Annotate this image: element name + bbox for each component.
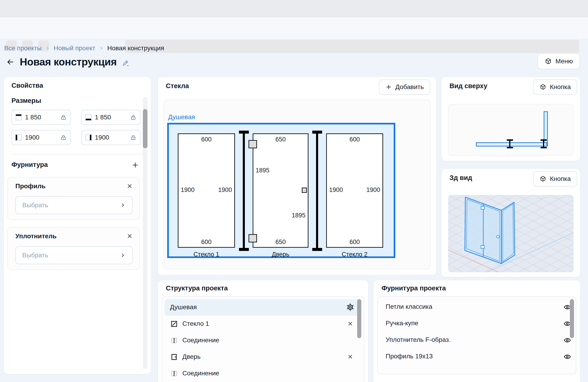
hardware-item-seal[interactable]: Уплотнитель F-образ. (378, 332, 576, 348)
connection-icon (170, 369, 178, 378)
close-icon[interactable] (347, 354, 353, 360)
add-hardware-plus-icon[interactable] (132, 161, 139, 169)
scrollbar-thumb[interactable] (570, 299, 574, 338)
chevron-right-icon (120, 253, 126, 258)
structure-group-label: Душевая (170, 303, 197, 311)
view-3d-button[interactable]: Кнопка (533, 171, 577, 186)
lock-icon[interactable] (130, 114, 136, 121)
structure-item-label: Стекло 1 (182, 320, 209, 327)
divider (11, 154, 143, 155)
panel-caption: Стекло 1 (178, 251, 235, 258)
top-view-wall (476, 142, 547, 146)
structure-item-label: Соединение (182, 337, 219, 344)
size-input-bottom[interactable]: 1 850 (81, 110, 141, 125)
structure-item-glass-1[interactable]: Стекло 1 (165, 316, 359, 332)
size-input-left[interactable]: 1900 (11, 130, 71, 145)
connector-2[interactable] (316, 132, 318, 250)
top-edge-icon (16, 114, 21, 120)
dim-label: 1900 (329, 186, 343, 194)
size-value-right: 1900 (95, 134, 126, 141)
gear-icon[interactable] (346, 303, 355, 312)
scrollbar-thumb[interactable] (357, 299, 361, 338)
dim-label: 1895 (256, 167, 270, 174)
hardware-item-handle[interactable]: Ручка-купе (378, 315, 576, 332)
breadcrumb-all-projects[interactable]: Все проекты (4, 44, 42, 52)
size-input-right[interactable]: 1900 (81, 130, 141, 145)
plus-icon (385, 84, 392, 90)
breadcrumb-new-project[interactable]: Новый проект (54, 44, 95, 52)
profile-card-title: Профиль (15, 182, 45, 190)
hardware-item-label: Ручка-купе (386, 320, 418, 327)
profile-select[interactable]: Выбрать (15, 196, 132, 214)
chevron-right-icon (120, 202, 126, 208)
close-icon[interactable] (347, 321, 353, 327)
top-view-viewport (448, 104, 573, 156)
add-glass-label: Добавить (395, 83, 424, 91)
lock-icon[interactable] (130, 134, 136, 141)
add-glass-button[interactable]: Добавить (379, 80, 430, 95)
door-hinge-bottom (249, 234, 257, 242)
structure-item-door[interactable]: Дверь (165, 349, 359, 365)
structure-item-label: Соединение (182, 370, 219, 377)
glass-panel-1[interactable]: 600 1900 1900 600 (178, 133, 235, 248)
close-icon[interactable] (126, 183, 133, 189)
lock-icon[interactable] (60, 114, 67, 121)
menu-button[interactable]: Меню (538, 54, 580, 69)
top-view-button[interactable]: Кнопка (533, 80, 577, 95)
drawing-canvas[interactable]: Душевая 600 1900 1900 600 650 1895 1895 … (164, 100, 431, 269)
dim-label: 1900 (181, 186, 194, 194)
address-bar-placeholder (125, 40, 579, 53)
top-view-card: Вид сверху Кнопка (441, 77, 580, 161)
structure-title: Структура проекта (166, 284, 228, 292)
breadcrumb: Все проекты Новый проект Новая конструкц… (4, 44, 164, 52)
size-value-left: 1900 (25, 134, 57, 141)
top-view-connector-2 (543, 139, 544, 148)
eye-icon[interactable] (564, 336, 571, 344)
properties-title: Свойства (11, 82, 43, 89)
dim-label: 600 (327, 239, 382, 246)
glass-panel-2[interactable]: 600 1900 1900 600 (326, 133, 383, 248)
glasses-title: Стекла (166, 82, 189, 90)
profile-select-label: Выбрать (22, 201, 48, 209)
seal-card: Уплотнитель Выбрать (7, 227, 140, 270)
size-value-top: 1 850 (25, 114, 57, 121)
top-view-title: Вид сверху (449, 82, 487, 90)
door-icon (170, 353, 178, 361)
hardware-item-hinges[interactable]: Петли классика (378, 299, 576, 315)
hardware-item-profile[interactable]: Профиль 19x13 (378, 348, 576, 365)
shower-group-label: Душевая (168, 113, 195, 121)
scrollbar-thumb[interactable] (143, 109, 147, 148)
browser-toolbar (0, 18, 588, 39)
close-icon[interactable] (126, 233, 133, 239)
eye-icon[interactable] (564, 353, 571, 361)
app-window: Все проекты Новый проект Новая конструкц… (0, 0, 588, 382)
glasses-card: Стекла Добавить Душевая 600 1900 1900 60… (158, 77, 436, 275)
structure-item-connection-1[interactable]: Соединение (165, 332, 359, 349)
dim-label: 1895 (292, 212, 305, 219)
structure-card: Структура проекта Душевая Стекло 1 Соеди… (158, 280, 368, 382)
edit-pencil-icon[interactable] (122, 59, 129, 67)
3d-door-handle (497, 235, 499, 238)
seal-select-label: Выбрать (22, 252, 48, 259)
seal-card-title: Уплотнитель (15, 233, 57, 240)
structure-item-connection-2[interactable]: Соединение (165, 365, 359, 382)
shower-selection-box[interactable]: 600 1900 1900 600 650 1895 1895 650 600 (167, 123, 395, 258)
view-3d-viewport[interactable] (448, 195, 573, 272)
lock-icon[interactable] (60, 134, 67, 141)
door-hinge-top (249, 140, 257, 148)
view-3d-title: Зд вид (449, 174, 472, 181)
browser-chrome-top (0, 0, 588, 18)
seal-select[interactable]: Выбрать (15, 246, 132, 264)
back-arrow-icon[interactable] (6, 58, 15, 66)
dim-label: 650 (253, 239, 308, 246)
cube-icon (540, 83, 546, 90)
3d-hinge-top (481, 206, 484, 209)
panel-caption: Стекло 2 (326, 251, 383, 258)
3d-side-panel (502, 202, 515, 263)
size-value-bottom: 1 850 (95, 114, 126, 121)
size-input-top[interactable]: 1 850 (11, 110, 71, 125)
structure-group-row[interactable]: Душевая (165, 299, 359, 316)
connector-1[interactable] (243, 132, 245, 250)
door-panel[interactable]: 650 1895 1895 650 (253, 133, 309, 248)
panel-caption: Дверь (253, 251, 309, 258)
